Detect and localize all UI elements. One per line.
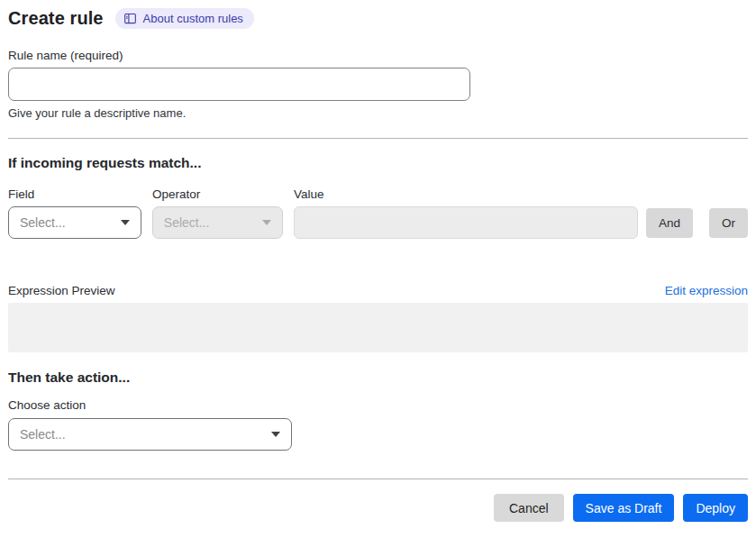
field-label: Field [8,187,152,201]
choose-action-label: Choose action [8,398,748,412]
field-select-value: Select... [20,215,66,230]
and-button[interactable]: And [646,208,693,238]
rule-name-label: Rule name (required) [8,49,123,62]
caret-down-icon [271,432,280,437]
caret-down-icon [121,220,130,225]
operator-select-value: Select... [164,215,210,230]
footer-actions: Cancel Save as Draft Deploy [8,494,748,522]
action-section-heading: Then take action... [8,369,748,386]
edit-expression-link[interactable]: Edit expression [665,284,748,297]
rule-name-input[interactable] [8,68,470,101]
page-title: Create rule [8,8,104,29]
or-button[interactable]: Or [709,208,748,238]
expression-preview-label: Expression Preview [8,284,115,297]
expression-preview-row: Expression Preview Edit expression [8,284,748,297]
deploy-button[interactable]: Deploy [683,494,748,522]
field-select[interactable]: Select... [8,206,141,239]
operator-label: Operator [152,187,294,201]
rule-name-section: Rule name (required) Give your rule a de… [8,47,748,120]
match-section-heading: If incoming requests match... [8,155,748,171]
operator-select: Select... [152,206,283,239]
choose-action-select-value: Select... [20,427,66,442]
match-controls-row: Select... Select... And Or [8,206,748,239]
divider [8,138,748,139]
value-label: Value [294,187,639,201]
create-rule-page: Create rule About custom rules Rule name… [0,0,756,538]
value-input [294,206,638,239]
save-as-draft-button[interactable]: Save as Draft [573,494,675,522]
caret-down-icon [262,220,271,225]
about-badge-label: About custom rules [143,12,243,25]
page-header: Create rule About custom rules [8,8,748,29]
cancel-button[interactable]: Cancel [494,494,564,522]
expression-preview-box [8,303,748,352]
book-icon [123,12,137,25]
rule-name-help-text: Give your rule a descriptive name. [8,106,748,120]
choose-action-select[interactable]: Select... [8,418,292,451]
match-labels-row: Field Operator Value [8,187,748,201]
about-custom-rules-link[interactable]: About custom rules [115,8,254,29]
divider [8,479,748,479]
